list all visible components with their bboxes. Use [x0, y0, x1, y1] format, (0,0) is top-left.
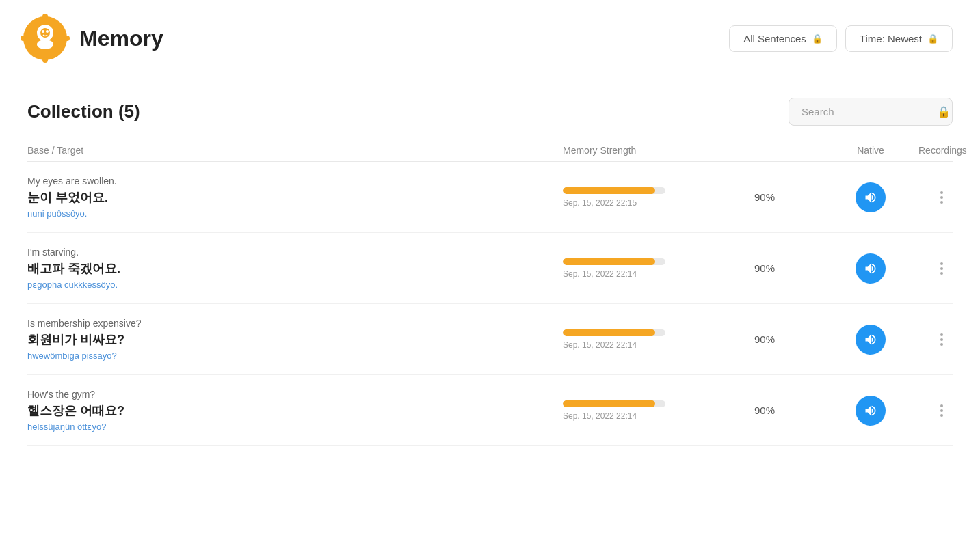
svg-point-8	[42, 30, 44, 33]
dot-3	[940, 414, 943, 417]
recordings-cell-2	[918, 331, 953, 348]
timestamp-0: Sep. 15, 2022 22:15	[563, 198, 754, 208]
recordings-cell-1	[918, 260, 953, 277]
filter-lock-icon: 🔒	[812, 33, 823, 44]
logo-area: Memory	[21, 14, 163, 63]
base-text-2: Is membership expensive?	[27, 318, 563, 329]
more-button-0[interactable]	[938, 189, 946, 206]
romanized-2[interactable]: hwewômbiga pissayo?	[27, 351, 563, 361]
table-body: My eyes are swollen. 눈이 부었어요. nuni puôss…	[27, 162, 953, 446]
sentence-cell-0: My eyes are swollen. 눈이 부었어요. nuni puôss…	[27, 176, 563, 219]
dot-2	[940, 196, 943, 199]
dot-3	[940, 272, 943, 275]
sort-lock-icon: 🔒	[927, 33, 938, 44]
speaker-icon	[864, 333, 877, 346]
timestamp-2: Sep. 15, 2022 22:14	[563, 340, 754, 350]
collection-title: Collection (5)	[27, 101, 140, 122]
target-text-2: 회원비가 비싸요?	[27, 331, 563, 348]
romanized-0[interactable]: nuni puôssôyo.	[27, 208, 563, 219]
target-text-0: 눈이 부었어요.	[27, 189, 563, 206]
sort-button[interactable]: Time: Newest 🔒	[845, 25, 953, 52]
table-header: Base / Target Memory Strength Native Rec…	[27, 139, 953, 162]
native-cell-1	[823, 253, 918, 284]
progress-bar-fill-3	[563, 400, 655, 407]
romanized-1[interactable]: pɛgopha cukkkessôyo.	[27, 279, 563, 290]
table-row: Is membership expensive? 회원비가 비싸요? hwewô…	[27, 304, 953, 375]
dot-2	[940, 409, 943, 412]
base-text-0: My eyes are swollen.	[27, 176, 563, 187]
percent-cell-0: 90%	[754, 191, 823, 203]
recordings-cell-0	[918, 189, 953, 206]
progress-bar-container-1	[563, 258, 665, 265]
svg-point-3	[21, 36, 26, 41]
timestamp-1: Sep. 15, 2022 22:14	[563, 269, 754, 279]
dot-2	[940, 267, 943, 270]
base-text-3: How's the gym?	[27, 389, 563, 400]
progress-bar-fill-2	[563, 329, 655, 336]
dot-1	[940, 404, 943, 407]
col-base-target: Base / Target	[27, 145, 563, 156]
timestamp-3: Sep. 15, 2022 22:14	[563, 411, 754, 421]
memory-strength-cell-2: Sep. 15, 2022 22:14	[563, 329, 754, 350]
more-button-3[interactable]	[938, 402, 946, 420]
table-row: I'm starving. 배고파 죽겠어요. pɛgopha cukkkess…	[27, 233, 953, 304]
speaker-icon	[864, 262, 877, 275]
col-native: Native	[823, 145, 918, 156]
target-text-3: 헬스장은 어때요?	[27, 402, 563, 419]
app-title: Memory	[79, 26, 163, 51]
dot-2	[940, 338, 943, 341]
filter-button[interactable]: All Sentences 🔒	[729, 25, 837, 52]
svg-point-2	[42, 57, 48, 63]
progress-bar-container-0	[563, 187, 665, 194]
logo-icon	[21, 14, 70, 63]
audio-button-0[interactable]	[856, 182, 886, 212]
col-memory-strength: Memory Strength	[563, 145, 754, 156]
dot-1	[940, 333, 943, 336]
recordings-cell-3	[918, 402, 953, 420]
table-row: How's the gym? 헬스장은 어때요? helssûjaŋûn ôtt…	[27, 375, 953, 446]
header-controls: All Sentences 🔒 Time: Newest 🔒	[729, 25, 953, 52]
memory-strength-cell-1: Sep. 15, 2022 22:14	[563, 258, 754, 279]
dot-3	[940, 201, 943, 204]
main-content: Collection (5) 🔒 Base / Target Memory St…	[0, 77, 980, 467]
search-input[interactable]	[802, 106, 931, 118]
sentence-cell-1: I'm starving. 배고파 죽겠어요. pɛgopha cukkkess…	[27, 247, 563, 290]
search-lock-icon: 🔒	[937, 105, 951, 118]
col-recordings: Recordings	[918, 145, 953, 156]
native-cell-3	[823, 396, 918, 426]
base-text-1: I'm starving.	[27, 247, 563, 258]
memory-strength-cell-3: Sep. 15, 2022 22:14	[563, 400, 754, 421]
romanized-3[interactable]: helssûjaŋûn ôttɛyo?	[27, 422, 563, 432]
percent-cell-3: 90%	[754, 404, 823, 416]
progress-bar-container-2	[563, 329, 665, 336]
progress-bar-fill-0	[563, 187, 655, 194]
svg-point-4	[64, 36, 70, 41]
memory-strength-cell-0: Sep. 15, 2022 22:15	[563, 187, 754, 208]
dot-1	[940, 191, 943, 194]
sentence-cell-3: How's the gym? 헬스장은 어때요? helssûjaŋûn ôtt…	[27, 389, 563, 432]
speaker-icon	[864, 191, 877, 204]
svg-point-9	[46, 30, 49, 33]
dot-1	[940, 262, 943, 265]
progress-bar-container-3	[563, 400, 665, 407]
percent-cell-1: 90%	[754, 262, 823, 274]
more-button-1[interactable]	[938, 260, 946, 277]
svg-rect-6	[37, 40, 53, 49]
audio-button-1[interactable]	[856, 253, 886, 284]
percent-cell-2: 90%	[754, 333, 823, 345]
filter-label: All Sentences	[743, 33, 806, 44]
native-cell-0	[823, 182, 918, 212]
collection-header: Collection (5) 🔒	[27, 98, 953, 126]
search-box: 🔒	[789, 98, 953, 126]
target-text-1: 배고파 죽겠어요.	[27, 260, 563, 277]
dot-3	[940, 343, 943, 346]
table-row: My eyes are swollen. 눈이 부었어요. nuni puôss…	[27, 162, 953, 233]
more-button-2[interactable]	[938, 331, 946, 348]
audio-button-3[interactable]	[856, 396, 886, 426]
audio-button-2[interactable]	[856, 325, 886, 355]
native-cell-2	[823, 325, 918, 355]
sentence-cell-2: Is membership expensive? 회원비가 비싸요? hwewô…	[27, 318, 563, 361]
header: Memory All Sentences 🔒 Time: Newest 🔒	[0, 0, 980, 77]
svg-point-1	[42, 14, 48, 19]
progress-bar-fill-1	[563, 258, 655, 265]
